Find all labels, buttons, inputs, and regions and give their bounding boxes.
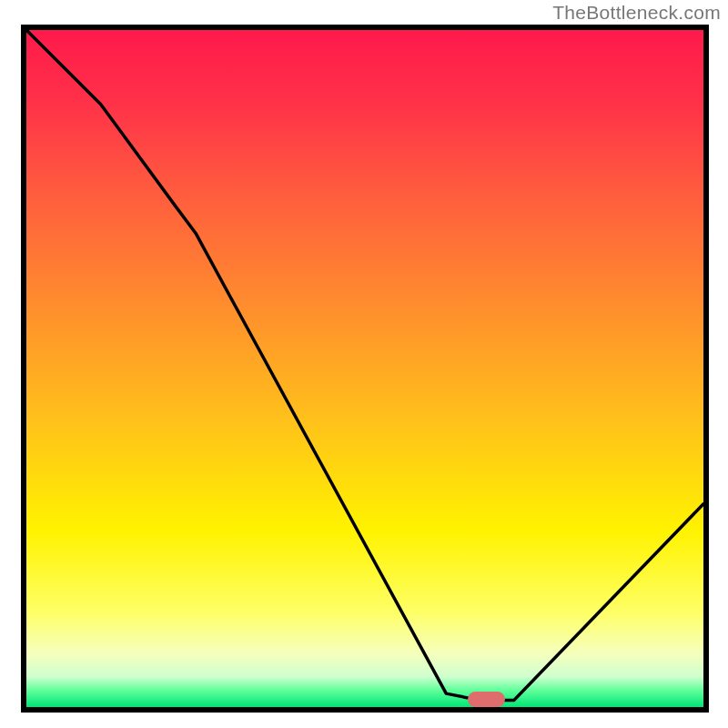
chart-frame: TheBottleneck.com: [0, 0, 728, 728]
plot-area: [21, 25, 709, 713]
gradient-background: [26, 30, 703, 707]
optimal-marker: [468, 692, 505, 707]
watermark-text: TheBottleneck.com: [552, 2, 721, 24]
chart-svg: [26, 30, 703, 707]
